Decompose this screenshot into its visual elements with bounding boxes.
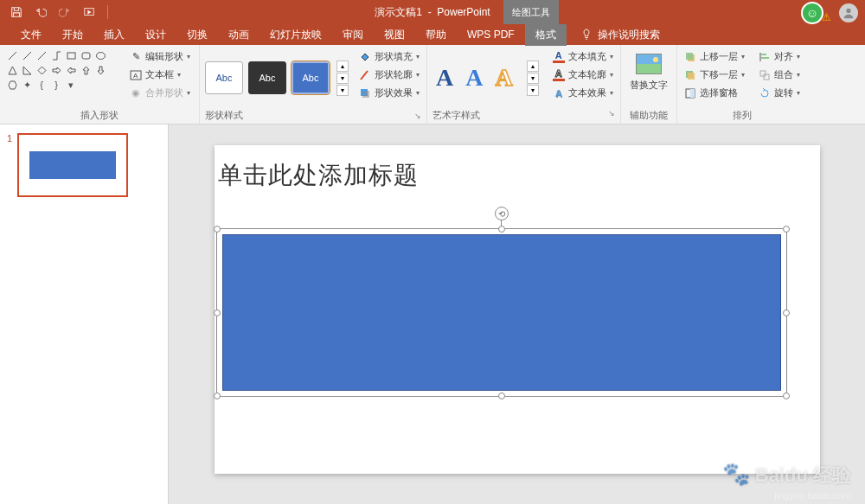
style-swatch-2[interactable]: Abc [248,61,286,94]
bring-forward-icon [684,51,696,63]
slide-canvas-area[interactable]: 单击此处添加标题 ⟲ [169,124,865,504]
tab-design[interactable]: 设计 [135,24,176,46]
tab-file[interactable]: 文件 [10,24,52,46]
shape-arrow-up-icon[interactable] [79,63,93,77]
shape-line-double-icon[interactable] [35,48,48,62]
watermark-url: jingyan.baidu.com [774,490,851,501]
shape-effects-button[interactable]: 形状效果▾ [357,85,421,101]
tab-insert[interactable]: 插入 [93,24,135,46]
shape-style-gallery[interactable]: Abc Abc Abc ▴ ▾ ▾ [205,48,349,107]
tab-wps-pdf[interactable]: WPS PDF [457,25,525,44]
align-icon [759,51,771,63]
drawing-tools-context-tab: 绘图工具 [503,0,559,24]
tab-home[interactable]: 开始 [52,24,93,46]
shape-oval-icon[interactable] [93,48,107,62]
shape-line-arrow-icon[interactable] [20,48,34,62]
wa-gallery-up-button[interactable]: ▴ [527,61,539,72]
shape-rounded-rect-icon[interactable] [79,48,93,62]
resize-handle-bl[interactable] [214,392,221,399]
shape-brace-right-icon[interactable]: } [49,78,63,92]
rotate-button[interactable]: 旋转▾ [757,85,802,101]
account-status-icon[interactable]: ☺ [801,2,823,24]
edit-shape-icon: ✎ [130,51,142,63]
user-avatar-icon[interactable] [839,3,858,22]
tab-slideshow[interactable]: 幻灯片放映 [260,24,332,46]
shape-arrow-left-icon[interactable] [64,63,78,77]
shape-diamond-icon[interactable] [35,63,48,77]
edit-shape-button[interactable]: ✎编辑形状▾ [126,48,194,65]
resize-handle-l[interactable] [214,309,221,316]
send-backward-button[interactable]: 下移一层▾ [682,67,746,83]
svg-rect-17 [690,89,695,98]
tab-animations[interactable]: 动画 [218,24,260,46]
alt-text-button[interactable]: 替换文字 [626,48,671,107]
text-outline-button[interactable]: A文本轮廓▾ [551,67,615,83]
gallery-more-button[interactable]: ▾ [336,85,349,96]
title-placeholder[interactable]: 单击此处添加标题 [218,159,419,192]
wordart-style-3[interactable]: A [495,64,512,92]
resize-handle-br[interactable] [783,392,790,399]
wa-gallery-more-button[interactable]: ▾ [527,85,539,96]
svg-rect-6 [82,53,90,59]
rotate-icon [759,87,771,99]
svg-point-7 [96,52,105,59]
shape-outline-button[interactable]: 形状轮廓▾ [357,67,421,83]
shape-line-icon[interactable] [5,48,19,62]
shape-arrow-right-icon[interactable] [49,63,63,77]
tell-me-search[interactable]: 操作说明搜索 [580,28,660,42]
bring-forward-button[interactable]: 上移一层▾ [682,48,746,65]
text-fill-button[interactable]: A文本填充▾ [551,48,615,65]
slide[interactable]: 单击此处添加标题 ⟲ [215,145,820,474]
tab-transitions[interactable]: 切换 [176,24,218,46]
text-effects-button[interactable]: A文本效果▾ [551,85,615,101]
style-swatch-3[interactable]: Abc [292,61,330,94]
gallery-down-button[interactable]: ▾ [336,73,349,84]
shape-rectangle-icon[interactable] [64,48,78,62]
resize-handle-tr[interactable] [783,226,790,233]
wa-gallery-down-button[interactable]: ▾ [527,73,539,84]
shape-brace-left-icon[interactable]: { [35,78,48,92]
thumbnail-shape [29,151,116,179]
shape-effects-icon [359,87,371,99]
ribbon-tabs: 文件 开始 插入 设计 切换 动画 幻灯片放映 审阅 视图 帮助 WPS PDF… [0,24,865,45]
shape-fill-button[interactable]: 形状填充▾ [357,48,421,65]
redo-icon[interactable] [59,6,71,18]
start-from-beginning-icon[interactable] [83,6,95,18]
group-label: 形状样式↘ [205,107,421,122]
slide-number: 1 [7,133,12,197]
save-icon[interactable] [10,6,22,18]
resize-handle-r[interactable] [783,309,790,316]
undo-icon[interactable] [35,6,47,18]
shape-hexagon-icon[interactable] [5,78,19,92]
shape-more-row-icon[interactable]: ▾ [64,78,78,92]
align-button[interactable]: 对齐▾ [757,48,802,65]
selection-pane-button[interactable]: 选择窗格 [682,85,746,101]
warning-icon: ⚠ [822,11,834,23]
rotate-handle[interactable]: ⟲ [495,207,509,220]
wordart-style-2[interactable]: A [465,64,483,92]
shape-triangle-icon[interactable] [5,63,19,77]
wordart-gallery[interactable]: A A A ▴ ▾ ▾ [432,48,542,107]
shape-star-icon[interactable]: ✦ [20,78,34,92]
tab-view[interactable]: 视图 [374,24,415,46]
dialog-launcher-icon[interactable]: ↘ [601,109,615,122]
resize-handle-tl[interactable] [214,226,221,233]
text-box-button[interactable]: A文本框▾ [126,67,194,83]
style-swatch-1[interactable]: Abc [205,61,243,94]
tab-help[interactable]: 帮助 [415,24,457,46]
tab-review[interactable]: 审阅 [332,24,374,46]
shape-connector-icon[interactable] [49,48,63,62]
resize-handle-t[interactable] [498,226,505,233]
rectangle-shape[interactable] [222,234,781,391]
shapes-gallery[interactable]: ✦ { } ▾ [5,48,119,107]
resize-handle-b[interactable] [498,392,505,399]
tab-format[interactable]: 格式 [525,24,567,46]
slide-thumbnail-1[interactable] [17,133,128,197]
shape-arrow-down-icon[interactable] [93,63,107,77]
gallery-up-button[interactable]: ▴ [336,61,349,72]
wordart-style-1[interactable]: A [436,64,453,92]
slide-thumbnail-panel[interactable]: 1 [0,124,169,504]
shape-right-triangle-icon[interactable] [20,63,34,77]
dialog-launcher-icon[interactable]: ↘ [407,112,421,120]
selected-shape[interactable]: ⟲ [216,228,787,397]
